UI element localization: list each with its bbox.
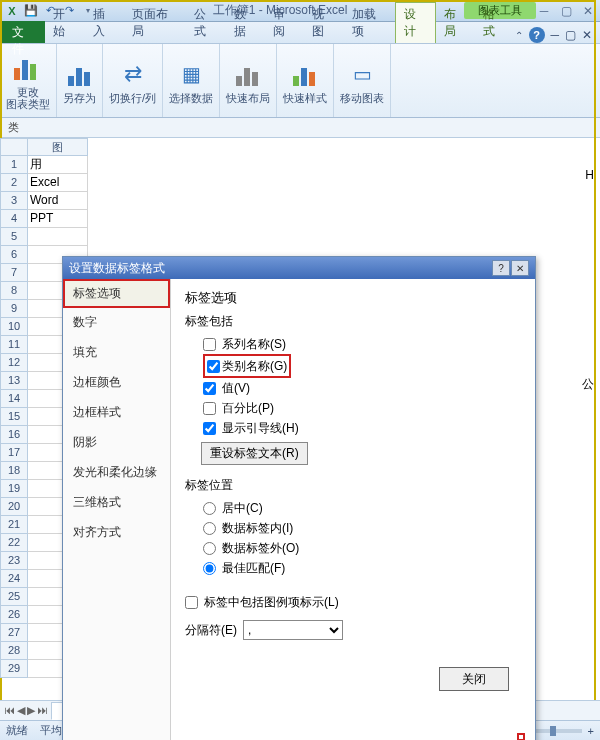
save-as-template-button[interactable]: 另存为 [57,44,103,117]
tab-insert[interactable]: 插入 [85,3,124,43]
close-button[interactable]: 关闭 [439,667,509,691]
tab-data[interactable]: 数据 [226,3,265,43]
switch-row-col-button[interactable]: ⇄ 切换行/列 [103,44,163,117]
position-outside-radio[interactable] [203,542,216,555]
row-header[interactable]: 20 [0,498,28,516]
dialog-help-icon[interactable]: ? [492,260,510,276]
tab-pagelayout[interactable]: 页面布局 [124,3,187,43]
quick-style-button[interactable]: 快速样式 [277,44,334,117]
series-name-checkbox[interactable] [203,338,216,351]
col-header[interactable]: 图 [28,138,88,156]
row-header[interactable]: 23 [0,552,28,570]
row-header[interactable]: 7 [0,264,28,282]
separator-select[interactable]: , [243,620,343,640]
format-data-labels-dialog: 设置数据标签格式 ? ✕ 标签选项 数字 填充 边框颜色 边框样式 阴影 发光和… [62,256,536,740]
row-header[interactable]: 10 [0,318,28,336]
row-header[interactable]: 29 [0,660,28,678]
edge-text: 公 [582,376,594,393]
row-header[interactable]: 26 [0,606,28,624]
row-header[interactable]: 17 [0,444,28,462]
cell[interactable]: Excel [28,174,88,192]
save-icon[interactable]: 💾 [23,3,39,19]
row-header[interactable]: 1 [0,156,28,174]
cell[interactable]: 用 [28,156,88,174]
row-header[interactable]: 6 [0,246,28,264]
row-header[interactable]: 15 [0,408,28,426]
row-header[interactable]: 4 [0,210,28,228]
change-chart-type-button[interactable]: 更改 图表类型 [0,44,57,117]
ribbon-content: 更改 图表类型 另存为 ⇄ 切换行/列 ▦ 选择数据 快速布局 快速样式 ▭ [0,44,600,118]
row-header[interactable]: 22 [0,534,28,552]
tab-addins[interactable]: 加载项 [344,3,395,43]
cell[interactable] [28,228,88,246]
cell[interactable]: Word [28,192,88,210]
select-data-button[interactable]: ▦ 选择数据 [163,44,220,117]
row-header[interactable]: 27 [0,624,28,642]
row-header[interactable]: 2 [0,174,28,192]
category-border-color[interactable]: 边框颜色 [63,368,170,398]
zoom-in-icon[interactable]: + [588,725,594,737]
value-checkbox[interactable] [203,382,216,395]
tab-nav-next-icon[interactable]: ▶ [27,704,35,717]
excel-icon: X [4,3,20,19]
tab-review[interactable]: 审阅 [265,3,304,43]
reset-label-text-button[interactable]: 重设标签文本(R) [201,442,308,465]
row-header[interactable]: 12 [0,354,28,372]
tab-nav-prev-icon[interactable]: ◀ [17,704,25,717]
doc-close-icon[interactable]: ✕ [582,28,592,42]
dialog-titlebar[interactable]: 设置数据标签格式 ? ✕ [63,257,535,279]
close-icon[interactable]: ✕ [580,4,596,18]
file-tab[interactable]: 文件 [2,21,45,43]
tab-nav-first-icon[interactable]: ⏮ [4,704,15,717]
category-border-style[interactable]: 边框样式 [63,398,170,428]
tab-format[interactable]: 格式 [475,3,514,43]
category-number[interactable]: 数字 [63,308,170,338]
dialog-close-icon[interactable]: ✕ [511,260,529,276]
row-header[interactable]: 28 [0,642,28,660]
tab-formulas[interactable]: 公式 [186,3,225,43]
tab-home[interactable]: 开始 [45,3,84,43]
minimize-icon[interactable]: ─ [536,4,552,18]
ribbon-minimize-icon[interactable]: ⌃ [515,30,523,41]
leader-checkbox[interactable] [203,422,216,435]
row-header[interactable]: 14 [0,390,28,408]
row-header[interactable]: 11 [0,336,28,354]
category-glow[interactable]: 发光和柔化边缘 [63,458,170,488]
row-header[interactable]: 24 [0,570,28,588]
quick-layout-button[interactable]: 快速布局 [220,44,277,117]
cell[interactable]: PPT [28,210,88,228]
row-header[interactable]: 16 [0,426,28,444]
position-center-radio[interactable] [203,502,216,515]
tab-view[interactable]: 视图 [304,3,343,43]
percent-checkbox[interactable] [203,402,216,415]
row-header[interactable]: 9 [0,300,28,318]
position-inside-radio[interactable] [203,522,216,535]
position-bestfit-radio[interactable] [203,562,216,575]
restore-icon[interactable]: ▢ [558,4,574,18]
category-3d[interactable]: 三维格式 [63,488,170,518]
category-fill[interactable]: 填充 [63,338,170,368]
row-header[interactable]: 13 [0,372,28,390]
row-header[interactable]: 8 [0,282,28,300]
tab-nav-last-icon[interactable]: ⏭ [37,704,48,717]
category-name-checkbox[interactable] [207,360,220,373]
row-header[interactable]: 18 [0,462,28,480]
category-align[interactable]: 对齐方式 [63,518,170,548]
change-chart-type-label: 更改 图表类型 [6,86,50,110]
tab-layout[interactable]: 布局 [436,3,475,43]
category-shadow[interactable]: 阴影 [63,428,170,458]
doc-restore-icon[interactable]: ▢ [565,28,576,42]
legend-key-checkbox[interactable] [185,596,198,609]
row-header[interactable]: 3 [0,192,28,210]
select-all-corner[interactable] [0,138,28,156]
doc-minimize-icon[interactable]: ─ [551,28,560,42]
category-label-options[interactable]: 标签选项 [63,279,170,308]
row-header[interactable]: 25 [0,588,28,606]
move-chart-button[interactable]: ▭ 移动图表 [334,44,391,117]
help-icon[interactable]: ? [529,27,545,43]
row-header[interactable]: 21 [0,516,28,534]
select-data-label: 选择数据 [169,92,213,104]
row-header[interactable]: 5 [0,228,28,246]
row-header[interactable]: 19 [0,480,28,498]
tab-design[interactable]: 设计 [395,2,436,43]
